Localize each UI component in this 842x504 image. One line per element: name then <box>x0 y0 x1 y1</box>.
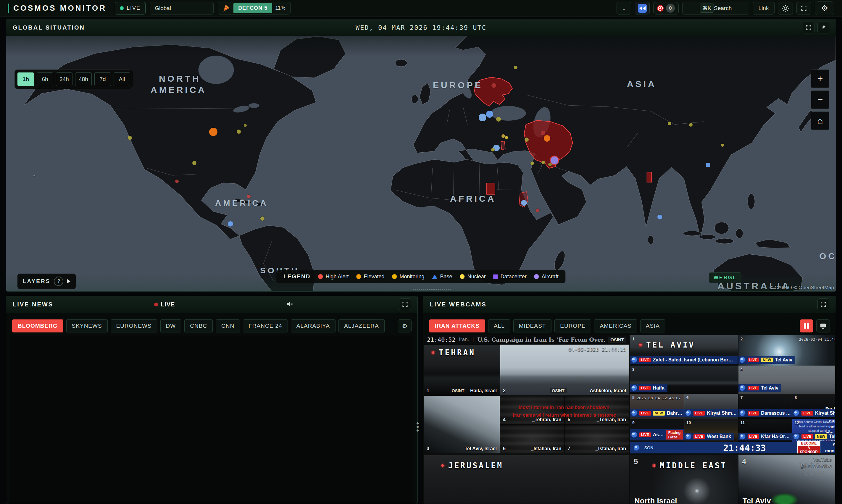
webcam-tab-americas[interactable]: AMERICAS <box>594 320 637 332</box>
time-filter-48h[interactable]: 48h <box>75 72 92 86</box>
time-filter-all[interactable]: All <box>113 72 130 86</box>
map-marker[interactable] <box>657 215 662 219</box>
news-channel-skynews[interactable]: SKYNEWS <box>66 320 108 332</box>
webcam-haifa[interactable]: 3LIVEHaifa <box>630 365 738 394</box>
news-channel-bloomberg[interactable]: BLOOMBERG <box>12 320 63 332</box>
map-marker[interactable] <box>531 162 534 165</box>
single-view-button[interactable] <box>816 320 830 332</box>
webcam-tel-aviv-israel[interactable]: 3Tel Aviv, Israel <box>424 396 500 453</box>
webcam-isfahan-iran[interactable]: 6_Isfahan, Iran <box>500 425 565 453</box>
news-channel-dw[interactable]: DW <box>160 320 182 332</box>
map-marker[interactable] <box>548 163 552 166</box>
alert-zone-israel[interactable] <box>501 141 505 150</box>
webcam-tile-tel-aviv[interactable]: TEL AVIV 1LIVEZafet - Safed, Israel (Leb… <box>630 335 835 453</box>
map-marker[interactable] <box>524 138 529 142</box>
map-marker[interactable] <box>668 122 671 125</box>
download-button[interactable]: ↓ <box>616 2 631 15</box>
defcon-indicator[interactable]: DEFCON 5 11% <box>218 2 290 15</box>
news-settings-button[interactable]: ⚙ <box>398 320 412 332</box>
webcam-tab-asia[interactable]: ASIA <box>640 320 665 332</box>
zoom-home-button[interactable]: ⌂ <box>811 111 829 130</box>
map-marker[interactable] <box>705 163 710 167</box>
settings-button[interactable]: ⚙ <box>815 1 834 15</box>
map-marker[interactable] <box>128 136 132 140</box>
news-channel-cnbc[interactable]: CNBC <box>184 320 213 332</box>
map-resize-grip[interactable] <box>413 289 451 290</box>
time-filter-1h[interactable]: 1h <box>17 72 34 86</box>
fullscreen-button[interactable] <box>796 2 811 15</box>
webcam-ashkelon-israel[interactable]: 204-03-2026 21:44:18OSINTAshkelon, Israe… <box>500 345 629 395</box>
time-filter-7d[interactable]: 7d <box>94 72 111 86</box>
map-marker[interactable] <box>536 209 539 212</box>
webcam-bahrain[interactable]: 52026-03-04 22:43:07LIVENEWBahrain <box>630 394 684 419</box>
map-pin-button[interactable] <box>818 22 829 33</box>
grid-view-button[interactable] <box>800 320 813 332</box>
webcam-tile-middle-east[interactable]: MIDDLE EAST intel cams 5North Israel4You… <box>630 455 835 504</box>
map-marker[interactable] <box>551 157 558 164</box>
alert-zone-sudan[interactable] <box>487 183 495 194</box>
map-marker[interactable] <box>541 161 545 164</box>
become-sponsor-badge[interactable]: BECOME A SPONSOR <box>797 441 820 453</box>
webcam-tehran-iran[interactable]: 5_Tehran, Iran <box>565 396 629 425</box>
webcam-tab-europe[interactable]: EUROPE <box>554 320 591 332</box>
map-marker[interactable] <box>486 111 493 118</box>
webcam-tab-mideast[interactable]: MIDEAST <box>513 320 552 332</box>
map-marker[interactable] <box>544 135 550 142</box>
webcam-kfar-ha-oranim[interactable]: 11LIVEKfar Ha-Oranim <box>738 419 792 442</box>
webcams-fullscreen-button[interactable] <box>818 299 829 310</box>
map-marker[interactable] <box>501 134 505 138</box>
rewind-button[interactable] <box>635 2 650 15</box>
region-select[interactable]: Global <box>150 2 214 15</box>
map-marker[interactable] <box>491 83 496 88</box>
webcam-tab-iran-attacks[interactable]: IRAN ATTACKS <box>429 320 485 332</box>
map-marker[interactable] <box>261 216 265 221</box>
layers-help-icon[interactable]: ? <box>54 276 63 286</box>
webcam-damascus-syria[interactable]: 7LIVEDamascus Syria <box>738 394 792 419</box>
search-button[interactable]: ⌘K Search <box>682 2 749 15</box>
map-marker[interactable] <box>496 117 501 122</box>
webcam-tehran-iran[interactable]: 12LIVENEWTehran, IranSGNThis Source Glob… <box>792 419 835 442</box>
map-marker[interactable] <box>175 180 179 183</box>
map-marker[interactable] <box>721 144 724 147</box>
layers-button[interactable]: LAYERS ? <box>17 274 76 289</box>
webcam-tile-jerusalem[interactable]: JERUSALEM <box>424 455 629 504</box>
map-marker[interactable] <box>192 161 196 165</box>
news-fullscreen-button[interactable] <box>399 299 411 310</box>
webcam-west-bank[interactable]: 10LIVEWest Bank <box>684 419 738 442</box>
map-marker[interactable] <box>521 200 527 206</box>
map-marker[interactable] <box>689 123 693 127</box>
webcam-tehran-iran[interactable]: 4_Tehran, Iran <box>500 396 565 425</box>
news-channel-euronews[interactable]: EURONEWS <box>111 320 157 332</box>
zoom-in-button[interactable]: + <box>811 70 829 88</box>
live-status-button[interactable]: LIVE <box>115 2 146 15</box>
mute-button[interactable] <box>284 300 295 309</box>
time-filter-24h[interactable]: 24h <box>56 72 72 86</box>
time-filter-6h[interactable]: 6h <box>37 72 53 86</box>
news-video-player[interactable] <box>10 335 413 504</box>
map-marker[interactable] <box>237 129 241 134</box>
map-marker[interactable] <box>479 113 486 121</box>
map-marker[interactable] <box>228 221 233 227</box>
webcam-tab-all[interactable]: ALL <box>488 320 510 332</box>
news-channel-aljazeera[interactable]: ALJAZEERA <box>338 320 384 332</box>
webcam-ashkelon[interactable]: 9LIVEAshkelonFacing Gaza <box>630 419 684 442</box>
map-marker[interactable] <box>491 148 495 151</box>
map-marker[interactable] <box>209 128 217 136</box>
webcam-zafet-safed-israel-lebanon-border[interactable]: 1LIVEZafet - Safed, Israel (Lebanon Bord… <box>630 335 738 365</box>
map-fullscreen-button[interactable] <box>803 22 814 33</box>
webcam-isfahan-iran[interactable]: 7_Isfahan, Iran <box>565 425 629 453</box>
webcam-tile-tehran[interactable]: 21:40:52 Iran. | U.S. Campaign in Iran I… <box>424 335 629 453</box>
zoom-out-button[interactable]: − <box>811 90 829 109</box>
map-marker[interactable] <box>505 136 508 139</box>
map-marker[interactable] <box>33 175 35 176</box>
map-marker[interactable] <box>244 124 247 127</box>
link-button[interactable]: Link <box>753 2 774 15</box>
webcam-tel-aviv[interactable]: 4LIVETel Aviv <box>738 365 835 394</box>
news-channel-france-24[interactable]: FRANCE 24 <box>243 320 288 332</box>
webcam-kiryat-shmona-lebanon-border[interactable]: 6LIVEKiryat Shmona ( Lebanon Border ) <box>684 394 738 419</box>
alert-zone-myanmar[interactable] <box>647 172 651 182</box>
news-channel-alarabiya[interactable]: ALARABIYA <box>291 320 336 332</box>
webcam-tel-aviv[interactable]: 22026-03-04 21:44:24LIVENEWTel Aviv <box>738 335 835 365</box>
panel-resize-handle[interactable]: ••• <box>416 421 419 432</box>
map-marker[interactable] <box>247 195 251 198</box>
